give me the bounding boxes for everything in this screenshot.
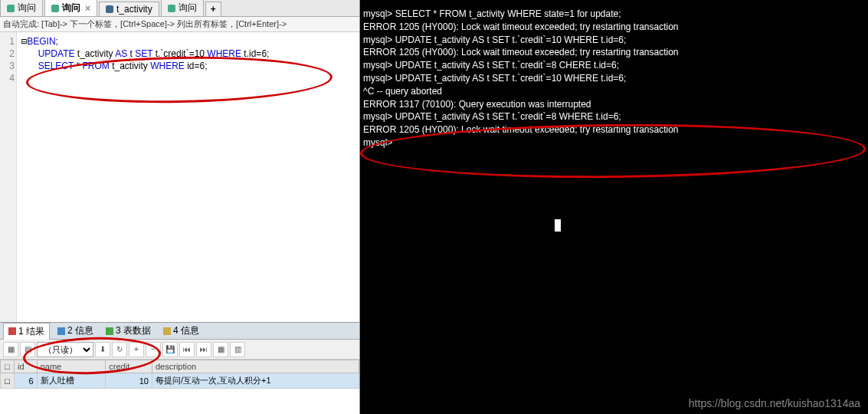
- sort-button[interactable]: ▥: [230, 342, 245, 357]
- term-line: ERROR 1205 (HY000): Lock wait timeout ex…: [363, 21, 865, 34]
- sql-keyword: AS: [115, 48, 127, 59]
- readonly-select[interactable]: （只读）: [37, 342, 93, 357]
- cell-name[interactable]: 新人吐槽: [37, 373, 106, 389]
- save-button[interactable]: 💾: [162, 342, 178, 357]
- grid-icon: [8, 327, 16, 335]
- sql-text: id=6;: [185, 61, 208, 71]
- col-id[interactable]: id: [15, 360, 38, 373]
- sql-keyword: WHERE: [150, 61, 185, 71]
- term-line: mysql> SELECT * FROM t_activity WHERE st…: [363, 8, 865, 21]
- refresh-button[interactable]: ↻: [112, 342, 127, 357]
- line-number: 3: [2, 60, 15, 72]
- line-number: 4: [2, 72, 15, 84]
- query-icon: [51, 5, 59, 12]
- row-header: □: [1, 360, 15, 373]
- sql-keyword: FROM: [83, 61, 110, 71]
- term-line: mysql> UPDATE t_activity AS t SET t.`cre…: [363, 72, 865, 85]
- tab-t-activity[interactable]: t_activity: [99, 2, 159, 16]
- grid-view-button[interactable]: ▦: [3, 342, 18, 357]
- term-line: mysql> UPDATE t_activity AS t SET t.`cre…: [363, 34, 865, 47]
- sql-text: t.id=6;: [241, 48, 269, 59]
- term-line: mysql> UPDATE t_activity AS t SET t.`cre…: [363, 59, 865, 72]
- plus-icon: +: [211, 4, 216, 15]
- tab-add[interactable]: +: [205, 2, 221, 16]
- results-grid[interactable]: □ id name credit description □ 6 新人吐槽 10…: [0, 360, 359, 414]
- info-icon: [163, 327, 171, 335]
- line-number: 2: [2, 48, 15, 60]
- col-credit[interactable]: credit: [106, 360, 152, 373]
- term-line: ^C -- query aborted: [363, 85, 865, 98]
- tab-label: 询问: [62, 2, 80, 15]
- tab-label: 2 信息: [67, 324, 93, 337]
- sql-text: t: [127, 48, 135, 59]
- cell-credit[interactable]: 10: [106, 373, 152, 389]
- export-button[interactable]: ⬇: [95, 342, 110, 357]
- sql-keyword: SELECT: [38, 61, 74, 71]
- table-icon: [106, 5, 113, 13]
- last-button[interactable]: ⏭: [196, 342, 211, 357]
- sql-text: *: [74, 61, 82, 71]
- tab-results[interactable]: 1 结果: [3, 323, 50, 340]
- term-line: ERROR 1205 (HY000): Lock wait timeout ex…: [363, 46, 865, 59]
- sql-editor[interactable]: 1 2 3 4 ⊟BEGIN; UPDATE t_activity AS t S…: [0, 32, 359, 322]
- sql-text: t_activity: [110, 61, 150, 71]
- code-area[interactable]: ⊟BEGIN; UPDATE t_activity AS t SET t.`cr…: [17, 32, 359, 322]
- line-gutter: 1 2 3 4: [0, 32, 17, 322]
- terminal[interactable]: mysql> SELECT * FROM t_activity WHERE st…: [360, 0, 868, 414]
- term-line: ERROR 1205 (HY000): Lock wait timeout ex…: [363, 123, 865, 136]
- tab-query-1[interactable]: 询问: [0, 0, 43, 16]
- tab-query-3[interactable]: 询问: [161, 0, 204, 16]
- tab-label: 1 结果: [18, 325, 44, 338]
- tab-info2[interactable]: 4 信息: [159, 323, 204, 339]
- tab-label: 3 表数据: [116, 324, 151, 337]
- tab-tabledata[interactable]: 3 表数据: [101, 323, 156, 339]
- results-tabbar: 1 结果 2 信息 3 表数据 4 信息: [0, 323, 359, 340]
- tab-info[interactable]: 2 信息: [53, 323, 98, 339]
- row-marker[interactable]: □: [1, 373, 15, 389]
- col-description[interactable]: description: [152, 360, 359, 373]
- cell-description[interactable]: 每提问/互动一次,互动人积分+1: [152, 373, 359, 389]
- sql-keyword: UPDATE: [38, 48, 75, 59]
- close-icon[interactable]: ×: [85, 3, 90, 14]
- term-line: ERROR 1317 (70100): Query execution was …: [363, 98, 865, 111]
- delete-row-button[interactable]: −: [146, 342, 161, 357]
- first-button[interactable]: ⏮: [179, 342, 195, 357]
- cursor-wrap: [555, 219, 865, 232]
- tab-label: 询问: [18, 2, 36, 15]
- sql-keyword: BEGIN: [27, 36, 55, 47]
- sql-text: t.`credit`=10: [152, 48, 207, 59]
- sql-keyword: WHERE: [207, 48, 241, 59]
- table-row[interactable]: □ 6 新人吐槽 10 每提问/互动一次,互动人积分+1: [1, 373, 359, 389]
- autocomplete-hint: 自动完成: [Tab]-> 下一个标签，[Ctrl+Space]-> 列出所有标…: [0, 17, 359, 32]
- sql-keyword: SET: [135, 48, 152, 59]
- results-toolbar: ▦ ▤ （只读） ⬇ ↻ + − 💾 ⏮ ⏭ ▦ ▥: [0, 340, 359, 360]
- filter-button[interactable]: ▦: [213, 342, 228, 357]
- tab-label: 4 信息: [173, 324, 199, 337]
- results-panel: 1 结果 2 信息 3 表数据 4 信息 ▦ ▤ （只读） ⬇ ↻ + − 💾 …: [0, 322, 359, 414]
- terminal-cursor: [555, 219, 561, 232]
- tab-label: t_activity: [116, 4, 152, 15]
- header-row: □ id name credit description: [1, 360, 359, 373]
- add-row-button[interactable]: +: [129, 342, 144, 357]
- query-icon: [7, 5, 15, 12]
- query-icon: [168, 5, 175, 12]
- term-prompt: mysql>: [363, 136, 865, 150]
- info-icon: [57, 327, 65, 335]
- tab-label: 询问: [179, 2, 197, 15]
- sql-text: ;: [56, 36, 58, 47]
- line-number: 1: [2, 35, 15, 48]
- tab-query-2[interactable]: 询问×: [44, 0, 97, 16]
- form-view-button[interactable]: ▤: [20, 342, 35, 357]
- watermark: https://blog.csdn.net/kuishao1314aa: [689, 397, 860, 409]
- col-name[interactable]: name: [37, 360, 106, 373]
- cell-id[interactable]: 6: [15, 373, 38, 389]
- editor-tabbar: 询问 询问× t_activity 询问 +: [0, 0, 359, 17]
- table-icon: [106, 327, 113, 335]
- term-line: mysql> UPDATE t_activity AS t SET t.`cre…: [363, 110, 865, 123]
- left-pane: 询问 询问× t_activity 询问 + 自动完成: [Tab]-> 下一个…: [0, 0, 360, 414]
- sql-text: t_activity: [74, 48, 115, 59]
